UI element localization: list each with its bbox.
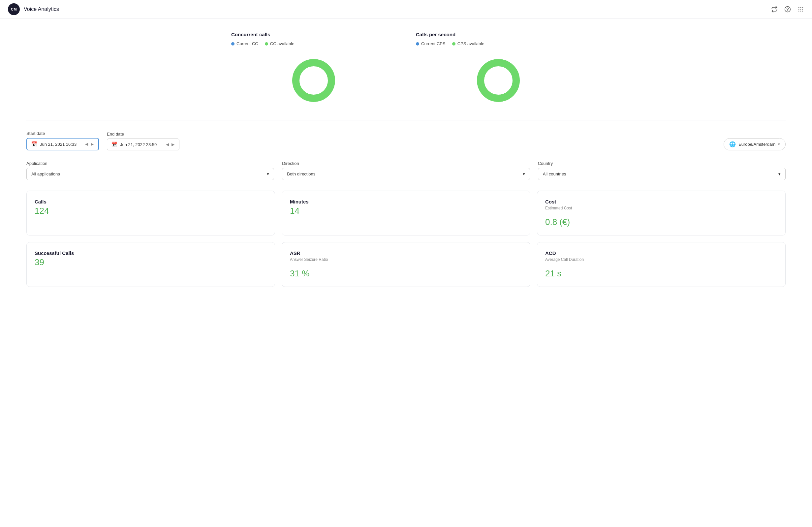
svg-point-5	[798, 9, 799, 10]
end-date-value: Jun 21, 2022 23:59	[120, 142, 161, 147]
start-date-input[interactable]: 📅 Jun 21, 2021 16:33 ◀ ▶	[26, 138, 99, 150]
help-icon[interactable]	[784, 6, 791, 13]
application-chevron-icon: ▾	[267, 172, 269, 176]
country-dropdown-group: Country All countries ▾	[538, 161, 786, 180]
end-date-nav: ◀ ▶	[165, 142, 175, 147]
metric-subtitle-4: Answer Seizure Ratio	[290, 257, 522, 262]
timezone-chevron-icon: ▾	[778, 142, 780, 146]
end-date-input[interactable]: 📅 Jun 21, 2022 23:59 ◀ ▶	[107, 138, 179, 150]
svg-point-9	[800, 11, 801, 12]
start-date-label: Start date	[26, 131, 99, 136]
filters-section: Start date 📅 Jun 21, 2021 16:33 ◀ ▶ End …	[26, 131, 786, 150]
concurrent-calls-legend: Current CC CC available	[231, 41, 396, 46]
svg-point-10	[802, 11, 803, 12]
start-date-next[interactable]: ▶	[90, 142, 94, 146]
app-logo: CM	[8, 3, 20, 15]
metric-value-4: 31 %	[290, 268, 522, 279]
timezone-label: Europe/Amsterdam	[738, 142, 775, 147]
metric-title-1: Minutes	[290, 199, 522, 204]
metric-value-1: 14	[290, 206, 522, 216]
metric-subtitle-5: Average Call Duration	[545, 257, 777, 262]
legend-label-current-cc: Current CC	[236, 41, 258, 46]
metric-title-5: ACD	[545, 250, 777, 256]
country-label: Country	[538, 161, 786, 166]
legend-cc-available: CC available	[265, 41, 294, 46]
legend-dot-cc-available	[265, 42, 268, 45]
share-icon[interactable]	[771, 6, 778, 13]
end-date-group: End date 📅 Jun 21, 2022 23:59 ◀ ▶	[107, 132, 179, 150]
metric-title-2: Cost	[545, 199, 777, 204]
end-date-label: End date	[107, 132, 179, 136]
legend-current-cps: Current CPS	[416, 41, 446, 46]
metric-value-2: 0.8 (€)	[545, 217, 777, 227]
legend-dot-current-cps	[416, 42, 419, 45]
end-date-prev[interactable]: ◀	[165, 142, 170, 147]
legend-label-cc-available: CC available	[270, 41, 294, 46]
metric-card-3: Successful Calls39	[26, 242, 275, 287]
metric-card-5: ACDAverage Call Duration21 s	[537, 242, 786, 287]
legend-label-cps-available: CPS available	[458, 41, 484, 46]
svg-point-7	[802, 9, 803, 10]
metric-subtitle-2: Estimated Cost	[545, 206, 777, 210]
metric-title-0: Calls	[35, 199, 267, 204]
calls-per-second-legend: Current CPS CPS available	[416, 41, 581, 46]
section-divider	[26, 120, 786, 120]
direction-chevron-icon: ▾	[523, 172, 525, 176]
donut-ring-cc	[292, 59, 335, 102]
metric-value-0: 124	[35, 206, 267, 216]
direction-dropdown-group: Direction Both directions ▾	[282, 161, 530, 180]
legend-current-cc: Current CC	[231, 41, 258, 46]
svg-point-6	[800, 9, 801, 10]
legend-dot-cps-available	[452, 42, 455, 45]
svg-point-2	[798, 6, 799, 8]
start-date-nav: ◀ ▶	[84, 142, 94, 146]
donut-ring-cps	[477, 59, 520, 102]
legend-dot-current-cc	[231, 42, 234, 45]
start-date-prev[interactable]: ◀	[84, 142, 89, 146]
concurrent-calls-chart: Concurrent calls Current CC CC available	[231, 32, 396, 107]
timezone-button[interactable]: 🌐 Europe/Amsterdam ▾	[724, 138, 786, 150]
grid-menu-icon[interactable]	[797, 6, 804, 13]
metrics-grid: Calls124Minutes14CostEstimated Cost0.8 (…	[26, 191, 786, 287]
header-right	[771, 6, 804, 13]
dropdowns-section: Application All applications ▾ Direction…	[26, 161, 786, 180]
page-title: Voice Analytics	[24, 6, 59, 12]
legend-cps-available: CPS available	[452, 41, 484, 46]
end-date-next[interactable]: ▶	[171, 142, 175, 147]
metric-card-4: ASRAnswer Seizure Ratio31 %	[282, 242, 530, 287]
legend-label-current-cps: Current CPS	[421, 41, 446, 46]
svg-point-8	[798, 11, 799, 12]
metric-value-5: 21 s	[545, 268, 777, 279]
application-label: Application	[26, 161, 274, 166]
country-dropdown[interactable]: All countries ▾	[538, 168, 786, 180]
svg-point-4	[802, 6, 803, 8]
application-dropdown[interactable]: All applications ▾	[26, 168, 274, 180]
direction-label: Direction	[282, 161, 530, 166]
direction-value: Both directions	[287, 172, 315, 176]
app-header: CM Voice Analytics	[0, 0, 812, 18]
country-chevron-icon: ▾	[778, 172, 781, 176]
svg-point-3	[800, 6, 801, 8]
globe-icon: 🌐	[729, 141, 736, 147]
header-left: CM Voice Analytics	[8, 3, 59, 15]
charts-section: Concurrent calls Current CC CC available…	[26, 32, 786, 107]
calls-per-second-chart: Calls per second Current CPS CPS availab…	[416, 32, 581, 107]
concurrent-calls-title: Concurrent calls	[231, 32, 396, 37]
metric-title-4: ASR	[290, 250, 522, 256]
application-value: All applications	[31, 172, 60, 176]
calls-per-second-donut	[416, 54, 581, 107]
metric-card-0: Calls124	[26, 191, 275, 235]
concurrent-calls-donut	[231, 54, 396, 107]
metric-value-3: 39	[35, 257, 267, 267]
end-date-calendar-icon: 📅	[111, 142, 117, 147]
metric-card-1: Minutes14	[282, 191, 530, 235]
start-date-value: Jun 21, 2021 16:33	[40, 142, 81, 147]
direction-dropdown[interactable]: Both directions ▾	[282, 168, 530, 180]
start-date-calendar-icon: 📅	[31, 141, 37, 147]
calls-per-second-title: Calls per second	[416, 32, 581, 37]
application-dropdown-group: Application All applications ▾	[26, 161, 274, 180]
metric-card-2: CostEstimated Cost0.8 (€)	[537, 191, 786, 235]
start-date-group: Start date 📅 Jun 21, 2021 16:33 ◀ ▶	[26, 131, 99, 150]
main-content: Concurrent calls Current CC CC available…	[0, 18, 812, 300]
country-value: All countries	[543, 172, 566, 176]
